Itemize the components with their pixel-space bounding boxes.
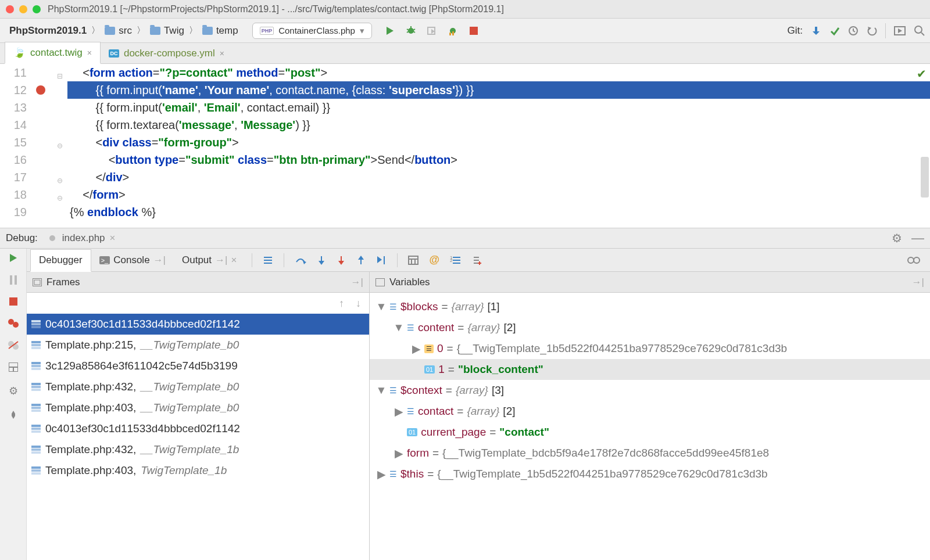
- debug-button[interactable]: [405, 24, 417, 37]
- variable-row[interactable]: ▼☰ $context = {array} [3]: [370, 380, 930, 401]
- code-line[interactable]: <form action="?p=contact" method="post">: [67, 64, 930, 81]
- frame-row[interactable]: 3c129a85864e3f611042c5e74d5b3199: [27, 356, 369, 376]
- frame-row[interactable]: Template.php:432, __TwigTemplate_1b: [27, 439, 369, 460]
- fold-toggle-icon[interactable]: ⊖: [57, 172, 63, 189]
- rerun-button[interactable]: [9, 253, 18, 263]
- close-icon[interactable]: ×: [220, 49, 224, 58]
- add-watch-button[interactable]: [471, 256, 481, 265]
- frame-down-button[interactable]: ↓: [356, 297, 361, 310]
- stop-debug-button[interactable]: [9, 297, 17, 306]
- editor-tab[interactable]: DCdocker-compose.yml×: [101, 44, 233, 63]
- tree-expand-icon[interactable]: ▼: [377, 384, 386, 397]
- code-line[interactable]: {% endblock %}: [67, 203, 930, 221]
- stop-button[interactable]: [467, 24, 480, 37]
- tree-expand-icon[interactable]: ▼: [394, 321, 403, 334]
- rollback-button[interactable]: [867, 26, 877, 36]
- step-into-button[interactable]: [317, 255, 326, 265]
- settings-icon[interactable]: ⚙: [892, 231, 902, 245]
- coverage-button[interactable]: [425, 24, 438, 37]
- tree-expand-icon[interactable]: ▶: [394, 447, 403, 460]
- tree-expand-icon[interactable]: ▶: [412, 342, 421, 356]
- run-button[interactable]: [384, 24, 396, 37]
- pin-button[interactable]: [9, 410, 18, 419]
- close-icon[interactable]: ×: [231, 254, 237, 266]
- close-window-button[interactable]: [6, 5, 14, 13]
- code-line[interactable]: {{ form.input('email', 'Email', contact.…: [67, 99, 930, 116]
- frame-row[interactable]: Template.php:403, TwigTemplate_1b: [27, 460, 369, 481]
- variable-row[interactable]: ▶ form = {__TwigTemplate_bdcb5f9a4e178f2…: [370, 443, 930, 464]
- tree-expand-icon[interactable]: ▼: [377, 300, 386, 313]
- svg-point-19: [49, 235, 55, 241]
- debug-settings-button[interactable]: ⚙: [9, 385, 18, 397]
- variable-row[interactable]: ▼☰ $blocks = {array} [1]: [370, 296, 930, 317]
- code-editor[interactable]: 111213141516171819 ⊟⊖⊖⊖ <form action="?p…: [0, 64, 930, 228]
- frame-up-button[interactable]: ↑: [339, 297, 344, 310]
- folding-gutter[interactable]: ⊟⊖⊖⊖: [56, 64, 67, 228]
- code-line[interactable]: {{ form.textarea('message', 'Message') }…: [67, 116, 930, 134]
- history-button[interactable]: [848, 26, 859, 36]
- mute-breakpoints-button[interactable]: [8, 340, 19, 350]
- frame-row[interactable]: 0c4013ef30c1d11533d4bbbced02f1142: [27, 314, 369, 335]
- step-over-button[interactable]: [295, 255, 306, 265]
- variable-row[interactable]: 01 1 = "block_content": [370, 359, 930, 380]
- code-line[interactable]: {{ form.input('name', 'Your name', conta…: [67, 81, 930, 99]
- frame-row[interactable]: Template.php:432, __TwigTemplate_b0: [27, 376, 369, 397]
- variable-row[interactable]: ▶☰ contact = {array} [2]: [370, 401, 930, 422]
- breadcrumb-item[interactable]: temp: [198, 23, 243, 39]
- watches-toggle-icon[interactable]: [907, 256, 921, 264]
- close-icon[interactable]: ×: [87, 48, 92, 58]
- evaluate-expression-button[interactable]: [408, 256, 419, 265]
- select-run-target-button[interactable]: [894, 26, 906, 35]
- tree-expand-icon[interactable]: ▶: [394, 405, 403, 418]
- step-out-button[interactable]: [356, 255, 366, 265]
- variable-row[interactable]: ▼☰ content = {array} [2]: [370, 317, 930, 338]
- editor-scrollbar[interactable]: [921, 157, 929, 198]
- trace-button[interactable]: @: [429, 254, 439, 266]
- frame-row[interactable]: Template.php:215, __TwigTemplate_b0: [27, 335, 369, 356]
- code-line[interactable]: </div>: [67, 168, 930, 186]
- variables-tree[interactable]: ▼☰ $blocks = {array} [1]▼☰ content = {ar…: [370, 293, 930, 560]
- commit-button[interactable]: [829, 26, 840, 36]
- fold-toggle-icon[interactable]: ⊟: [57, 67, 63, 85]
- breadcrumb-item[interactable]: PhpStorm2019.1: [5, 23, 91, 39]
- variable-row[interactable]: ▶☰ 0 = {__TwigTemplate_1b5d522f044251ba9…: [370, 338, 930, 359]
- view-breakpoints-button[interactable]: [8, 318, 19, 328]
- frames-list[interactable]: 0c4013ef30c1d11533d4bbbced02f1142Templat…: [27, 314, 369, 560]
- update-project-button[interactable]: [811, 26, 821, 36]
- show-execution-point-button[interactable]: [263, 256, 273, 265]
- variable-row[interactable]: 01 current_page = "contact": [370, 422, 930, 443]
- tab-debugger[interactable]: Debugger: [30, 249, 91, 272]
- run-to-cursor-button[interactable]: [376, 255, 387, 265]
- close-icon[interactable]: ×: [110, 232, 116, 244]
- code-line[interactable]: <div class="form-group">: [67, 134, 930, 151]
- editor-tab[interactable]: 🍃contact.twig×: [5, 42, 101, 64]
- pause-button[interactable]: [9, 275, 17, 285]
- code-line[interactable]: </form>: [67, 186, 930, 203]
- frames-menu-icon[interactable]: →|: [351, 277, 363, 288]
- layout-button[interactable]: [9, 362, 18, 372]
- vars-menu-icon[interactable]: →|: [912, 277, 924, 288]
- fold-toggle-icon[interactable]: ⊖: [57, 189, 63, 207]
- variable-row[interactable]: ▶☰ $this = {__TwigTemplate_1b5d522f04425…: [370, 464, 930, 484]
- minimize-window-button[interactable]: [19, 5, 27, 13]
- breakpoint-gutter[interactable]: [33, 64, 56, 228]
- breakpoint-icon[interactable]: [36, 85, 45, 95]
- stack-frame-icon: [31, 341, 41, 349]
- watches-button[interactable]: 12: [450, 256, 460, 265]
- breadcrumb-item[interactable]: src: [100, 23, 137, 39]
- tree-expand-icon[interactable]: ▶: [377, 468, 386, 481]
- frame-row[interactable]: Template.php:403, __TwigTemplate_b0: [27, 397, 369, 418]
- run-configuration-selector[interactable]: PHP ContainerClass.php ▾: [252, 23, 372, 39]
- breadcrumb-item[interactable]: Twig: [145, 23, 189, 39]
- debug-session-tab[interactable]: index.php ×: [47, 232, 116, 244]
- minimize-toolwindow-button[interactable]: —: [911, 231, 924, 246]
- tab-console[interactable]: >_Console→|: [91, 250, 174, 271]
- tab-output[interactable]: Output→|×: [174, 250, 245, 271]
- search-everywhere-button[interactable]: [914, 25, 925, 37]
- profile-button[interactable]: [446, 24, 459, 37]
- fold-toggle-icon[interactable]: ⊖: [57, 137, 63, 155]
- zoom-window-button[interactable]: [33, 5, 41, 13]
- code-line[interactable]: <button type="submit" class="btn btn-pri…: [67, 151, 930, 168]
- force-step-into-button[interactable]: [337, 255, 346, 265]
- frame-row[interactable]: 0c4013ef30c1d11533d4bbbced02f1142: [27, 418, 369, 439]
